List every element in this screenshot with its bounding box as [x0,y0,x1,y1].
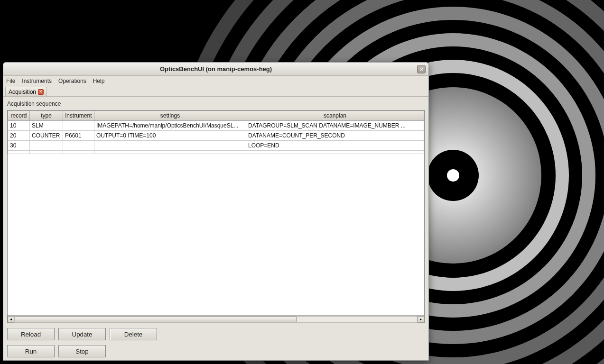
tab-close-button[interactable]: ✕ [38,89,44,95]
cell-record[interactable]: 20 [8,131,30,141]
menu-operations[interactable]: Operations [58,78,86,84]
cell-scanplan[interactable]: DATAGROUP=SLM_SCAN DATANAME=IMAGE_NUMBER… [246,121,424,131]
cell-instrument[interactable]: P6601 [63,131,94,141]
reload-button[interactable]: Reload [7,328,55,340]
menu-file[interactable]: File [6,78,15,84]
window-title: OpticsBenchUI (on manip-cemos-heg) [160,65,272,73]
table-empty-area [8,154,424,315]
cell-settings[interactable] [94,151,246,154]
header-record[interactable]: record [8,111,30,121]
cell-type[interactable] [30,141,63,151]
section-label: Acquisition sequence [7,100,425,107]
cell-settings[interactable]: IMAGEPATH=/home/manip/OpticsBenchUI/Masq… [94,121,246,131]
tab-acquisition[interactable]: Acquisition ✕ [5,87,47,96]
cell-type[interactable]: COUNTER [30,131,63,141]
table-row[interactable]: 20 COUNTER P6601 OUTPUT=0 ITIME=100 DATA… [8,131,424,141]
content-area: Acquisition sequence record type instrum… [3,97,428,360]
scroll-right-button[interactable]: ▸ [418,316,424,323]
cell-scanplan[interactable]: DATANAME=COUNT_PER_SECOND [246,131,424,141]
close-icon: ✕ [419,66,424,73]
horizontal-scrollbar[interactable]: ◂ ▸ [8,315,424,323]
容ll-type[interactable] [30,151,63,154]
acquisition-table[interactable]: record type instrument settings scanplan… [8,110,424,154]
scroll-left-button[interactable]: ◂ [8,316,14,323]
header-scanplan[interactable]: scanplan [246,111,424,121]
svg-point-17 [447,169,459,182]
cell-settings[interactable]: OUTPUT=0 ITIME=100 [94,131,246,141]
menu-help[interactable]: Help [93,78,105,84]
header-instrument[interactable]: instrument [63,111,94,121]
button-row-2: Run Stop [7,345,425,357]
table-row[interactable]: 10 SLM IMAGEPATH=/home/manip/OpticsBench… [8,121,424,131]
stop-button[interactable]: Stop [58,345,106,357]
cell-instrument[interactable] [63,151,94,154]
table-header-row: record type instrument settings scanplan [8,111,424,121]
run-button[interactable]: Run [7,345,55,357]
tabbar: Acquisition ✕ [3,86,428,97]
scroll-track[interactable] [14,316,418,323]
close-icon: ✕ [39,90,43,94]
table-row[interactable]: 30 LOOP=END [8,141,424,151]
button-row-1: Reload Update Delete [7,328,425,340]
menu-instruments[interactable]: Instruments [22,78,52,84]
cell-record[interactable]: 30 [8,141,30,151]
cell-instrument[interactable] [63,141,94,151]
header-type[interactable]: type [30,111,63,121]
acquisition-table-container: record type instrument settings scanplan… [7,110,425,323]
app-window: OpticsBenchUI (on manip-cemos-heg) ✕ Fil… [3,62,429,361]
cell-instrument[interactable] [63,121,94,131]
header-settings[interactable]: settings [94,111,246,121]
menubar: File Instruments Operations Help [3,76,428,86]
delete-button[interactable]: Delete [110,328,157,340]
titlebar[interactable]: OpticsBenchUI (on manip-cemos-heg) ✕ [3,63,428,76]
update-button[interactable]: Update [58,328,106,340]
table-row[interactable] [8,151,424,154]
scroll-thumb[interactable] [15,317,297,322]
cell-scanplan[interactable]: LOOP=END [246,141,424,151]
cell-type[interactable]: SLM [30,121,63,131]
cell-record[interactable] [8,151,30,154]
window-close-button[interactable]: ✕ [417,65,426,73]
tab-label: Acquisition [9,89,36,95]
cell-scanplan[interactable] [246,151,424,154]
cell-settings[interactable] [94,141,246,151]
cell-record[interactable]: 10 [8,121,30,131]
